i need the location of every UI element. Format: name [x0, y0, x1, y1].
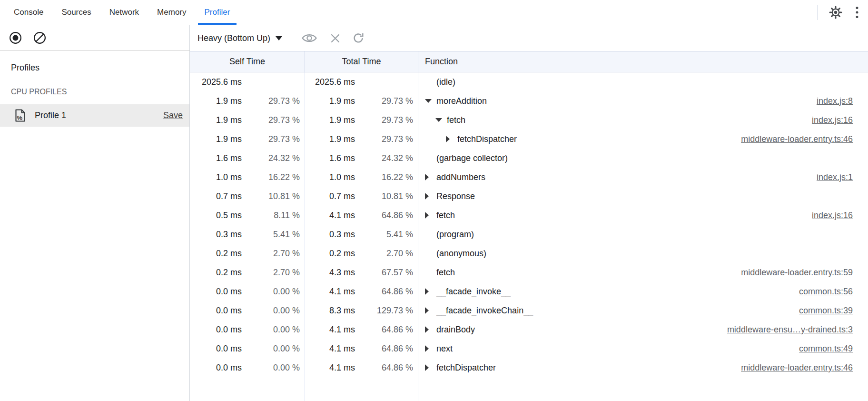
table-row[interactable]: 0.7 ms 10.81 % 0.7 ms 10.81 % Response — [190, 187, 868, 206]
total-time-percent: 64.86 % — [355, 287, 418, 297]
tab-memory[interactable]: Memory — [150, 0, 193, 25]
table-row[interactable]: 1.6 ms 24.32 % 1.6 ms 24.32 % (garbage c… — [190, 149, 868, 168]
table-row[interactable]: 0.5 ms 8.11 % 4.1 ms 64.86 % fetch index… — [190, 206, 868, 225]
column-header-function[interactable]: Function — [418, 51, 868, 72]
table-row[interactable]: 0.0 ms 0.00 % 4.1 ms 64.86 % next common… — [190, 339, 868, 358]
table-row[interactable]: 0.2 ms 2.70 % 0.2 ms 2.70 % (anonymous) — [190, 244, 868, 263]
profile-name: Profile 1 — [35, 110, 66, 120]
table-row[interactable]: 2025.6 ms 2025.6 ms (idle) — [190, 72, 868, 91]
source-location-link[interactable]: middleware-ensu…y-drained.ts:3 — [727, 325, 868, 335]
clear-profiles-button[interactable] — [33, 31, 46, 44]
self-time-ms: 1.6 ms — [190, 153, 242, 163]
restore-all-button[interactable] — [352, 32, 365, 44]
total-time-ms: 4.1 ms — [305, 363, 355, 373]
column-header-self-time[interactable]: Self Time — [190, 51, 305, 72]
table-row[interactable]: 1.9 ms 29.73 % 1.9 ms 29.73 % moreAdditi… — [190, 91, 868, 110]
tab-sources[interactable]: Sources — [55, 0, 98, 25]
self-time-ms: 1.9 ms — [190, 115, 242, 125]
table-row[interactable]: 0.3 ms 5.41 % 0.3 ms 5.41 % (program) — [190, 225, 868, 244]
twisty-collapsed-icon[interactable] — [425, 326, 436, 333]
self-time-ms: 0.3 ms — [190, 230, 242, 240]
table-row[interactable]: 0.0 ms 0.00 % 4.1 ms 64.86 % __facade_in… — [190, 282, 868, 301]
function-cell: moreAddition index.js:8 — [418, 91, 868, 110]
self-time-cell: 1.6 ms 24.32 % — [190, 149, 305, 168]
total-time-ms: 0.3 ms — [305, 230, 355, 240]
save-profile-link[interactable]: Save — [163, 110, 183, 120]
total-time-cell: 1.6 ms 24.32 % — [305, 149, 418, 168]
total-time-ms: 1.9 ms — [305, 96, 355, 106]
profiler-view-toolbar: Heavy (Bottom Up) — [190, 25, 868, 51]
source-location-link[interactable]: index.js:8 — [817, 96, 868, 106]
tab-network[interactable]: Network — [103, 0, 146, 25]
tab-label: Sources — [61, 8, 91, 17]
profile-data-grid: Self Time Total Time Function 2025.6 ms … — [190, 51, 868, 401]
table-row[interactable]: 0.0 ms 0.00 % 4.1 ms 64.86 % drainBody m… — [190, 320, 868, 339]
tab-profiler[interactable]: Profiler — [198, 0, 237, 25]
total-time-ms: 2025.6 ms — [305, 77, 355, 87]
profile-list-item[interactable]: % Profile 1 Save — [0, 104, 189, 127]
self-time-percent: 0.00 % — [242, 344, 305, 354]
twisty-collapsed-icon[interactable] — [425, 174, 436, 180]
self-time-ms: 0.5 ms — [190, 211, 242, 221]
self-time-cell: 2025.6 ms — [190, 72, 305, 91]
svg-text:%: % — [17, 114, 23, 121]
table-row[interactable]: 0.0 ms 0.00 % 4.1 ms 64.86 % fetchDispat… — [190, 358, 868, 377]
focus-selected-button[interactable] — [301, 32, 317, 44]
function-name: fetch — [436, 268, 455, 278]
source-location-link[interactable]: index.js:16 — [812, 115, 868, 125]
function-name: __facade_invoke__ — [436, 287, 511, 297]
source-location-link[interactable]: middleware-loader.entry.ts:59 — [741, 268, 868, 278]
total-time-cell: 4.1 ms 64.86 % — [305, 206, 418, 225]
self-time-ms: 0.0 ms — [190, 287, 242, 297]
main-area: Profiles CPU PROFILES % Profile 1 Save S… — [0, 51, 868, 401]
source-location-link[interactable]: index.js:16 — [812, 211, 868, 221]
twisty-collapsed-icon[interactable] — [425, 212, 436, 219]
twisty-collapsed-icon[interactable] — [425, 364, 436, 371]
table-row[interactable]: 1.9 ms 29.73 % 1.9 ms 29.73 % fetch inde… — [190, 110, 868, 130]
refresh-icon — [352, 32, 365, 44]
function-cell: (idle) — [418, 72, 868, 91]
source-location-link[interactable]: common.ts:49 — [799, 344, 868, 354]
table-row[interactable]: 0.2 ms 2.70 % 4.3 ms 67.57 % fetch middl… — [190, 263, 868, 282]
table-row[interactable]: 1.9 ms 29.73 % 1.9 ms 29.73 % fetchDispa… — [190, 130, 868, 149]
twisty-expanded-icon[interactable] — [425, 99, 436, 103]
table-row[interactable]: 0.0 ms 0.00 % 8.3 ms 129.73 % __facade_i… — [190, 301, 868, 320]
toolbar-row: Heavy (Bottom Up) — [0, 25, 868, 51]
function-cell: (garbage collector) — [418, 149, 868, 168]
function-name: (anonymous) — [436, 249, 486, 259]
tab-console[interactable]: Console — [7, 0, 50, 25]
self-time-percent: 0.00 % — [242, 287, 305, 297]
self-time-percent: 5.41 % — [242, 230, 305, 240]
function-cell: addNumbers index.js:1 — [418, 168, 868, 187]
column-header-total-time[interactable]: Total Time — [305, 51, 418, 72]
exclude-selected-button[interactable] — [330, 33, 341, 44]
twisty-expanded-icon[interactable] — [435, 118, 447, 122]
twisty-collapsed-icon[interactable] — [425, 345, 436, 352]
self-time-percent: 8.11 % — [242, 211, 305, 221]
source-location-link[interactable]: middleware-loader.entry.ts:46 — [741, 134, 868, 144]
source-location-link[interactable]: common.ts:56 — [799, 287, 868, 297]
twisty-collapsed-icon[interactable] — [425, 288, 436, 295]
record-button[interactable] — [9, 31, 22, 44]
eye-icon — [301, 32, 317, 44]
grid-filler-self — [190, 377, 305, 401]
total-time-percent: 64.86 % — [355, 363, 418, 373]
self-time-percent: 0.00 % — [242, 306, 305, 316]
self-time-ms: 1.0 ms — [190, 172, 242, 182]
view-mode-select[interactable]: Heavy (Bottom Up) — [197, 33, 282, 43]
twisty-collapsed-icon[interactable] — [425, 307, 436, 314]
self-time-percent: 16.22 % — [242, 172, 305, 182]
twisty-collapsed-icon[interactable] — [425, 193, 436, 200]
total-time-ms: 4.3 ms — [305, 268, 355, 278]
total-time-ms: 4.1 ms — [305, 325, 355, 335]
source-location-link[interactable]: middleware-loader.entry.ts:46 — [741, 363, 868, 373]
source-location-link[interactable]: index.js:1 — [817, 172, 868, 182]
settings-button[interactable] — [829, 6, 842, 19]
function-name: fetchDispatcher — [457, 134, 517, 144]
twisty-collapsed-icon[interactable] — [446, 136, 457, 142]
self-time-cell: 1.9 ms 29.73 % — [190, 91, 305, 110]
table-row[interactable]: 1.0 ms 16.22 % 1.0 ms 16.22 % addNumbers… — [190, 168, 868, 187]
more-options-button[interactable] — [856, 6, 858, 19]
total-time-cell: 4.1 ms 64.86 % — [305, 282, 418, 301]
source-location-link[interactable]: common.ts:39 — [799, 306, 868, 316]
